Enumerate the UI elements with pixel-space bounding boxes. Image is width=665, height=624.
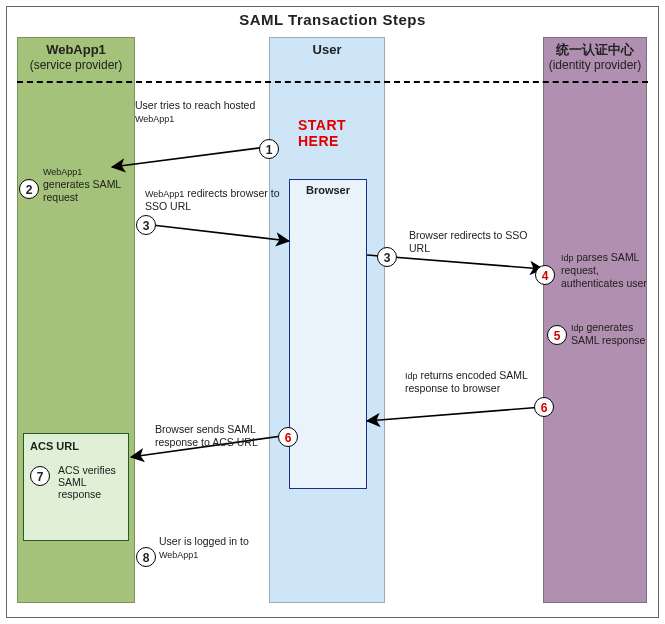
- step-4-text: parses SAML request, authenticates user: [561, 251, 647, 289]
- column-sp-name: WebApp1: [46, 42, 106, 57]
- acs-url-box: ACS URL 7 ACS verifies SAML response: [23, 433, 129, 541]
- browser-box: Browser: [289, 179, 367, 489]
- step-1-label: User tries to reach hosted WebApp1: [135, 99, 285, 125]
- step-3b-label: Browser redirects to SSO URL: [409, 229, 529, 255]
- diagram-frame: SAML Transaction Steps WebApp1 (service …: [6, 6, 659, 618]
- column-identity-provider: 统一认证中心 (identity provider): [543, 37, 647, 603]
- step-6b-text: Browser sends SAML response to ACS URL: [155, 423, 258, 448]
- step-8-obj: WebApp1: [159, 550, 198, 560]
- step-7-text: ACS verifies SAML response: [58, 464, 116, 500]
- step-2-text: generates SAML request: [43, 178, 121, 203]
- step-2-badge: 2: [19, 179, 39, 199]
- step-6b-label: Browser sends SAML response to ACS URL: [155, 423, 283, 449]
- step-4-label: Idp parses SAML request, authenticates u…: [561, 251, 653, 291]
- column-user-header: User: [270, 38, 384, 58]
- step-1-badge: 1: [259, 139, 279, 159]
- column-idp-header: 统一认证中心 (identity provider): [544, 38, 646, 73]
- acs-url-title: ACS URL: [30, 440, 79, 452]
- step-3a-subj: WebApp1: [145, 189, 184, 199]
- step-3a-badge: 3: [136, 215, 156, 235]
- step-5-subj: Idp: [571, 323, 584, 333]
- step-3b-text: Browser redirects to SSO URL: [409, 229, 527, 254]
- column-user-name: User: [313, 42, 342, 57]
- step-1-obj: WebApp1: [135, 114, 174, 124]
- step-4-subj: Idp: [561, 253, 574, 263]
- step-6a-badge: 6: [534, 397, 554, 417]
- start-here-label: START HERE: [298, 117, 346, 149]
- step-2-label: WebApp1 generates SAML request: [43, 165, 129, 205]
- step-3b-badge: 3: [377, 247, 397, 267]
- step-6a-subj: Idp: [405, 371, 418, 381]
- step-3a-label: WebApp1 redirects browser to SSO URL: [145, 187, 285, 213]
- step-8-label: User is logged in to WebApp1: [159, 535, 309, 561]
- diagram-title: SAML Transaction Steps: [7, 11, 658, 28]
- step-2-subj: WebApp1: [43, 167, 82, 177]
- step-5-label: Idp generates SAML response: [571, 321, 655, 347]
- step-7-badge: 7: [30, 466, 50, 486]
- arrow-step-1: [112, 147, 267, 167]
- column-idp-role: (identity provider): [549, 58, 642, 72]
- step-1-text: User tries to reach hosted: [135, 99, 255, 111]
- step-8-badge: 8: [136, 547, 156, 567]
- step-6a-text: returns encoded SAML response to browser: [405, 369, 527, 394]
- column-idp-name: 统一认证中心: [556, 42, 634, 57]
- arrow-step-6a: [367, 407, 543, 421]
- column-sp-header: WebApp1 (service provider): [18, 38, 134, 73]
- header-divider: [17, 81, 648, 83]
- step-4-badge: 4: [535, 265, 555, 285]
- column-sp-role: (service provider): [30, 58, 123, 72]
- step-5-badge: 5: [547, 325, 567, 345]
- step-6a-label: Idp returns encoded SAML response to bro…: [405, 369, 545, 395]
- step-8-text: User is logged in to: [159, 535, 249, 547]
